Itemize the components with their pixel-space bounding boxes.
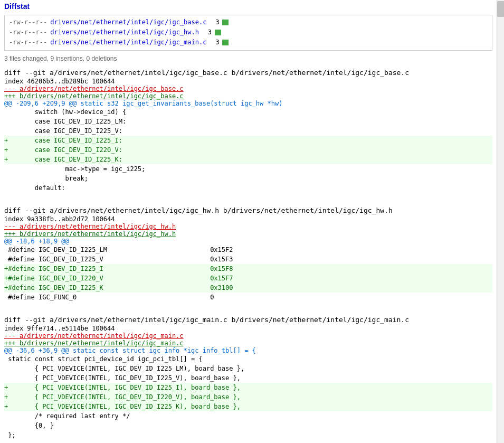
diff-code-line: };	[4, 430, 492, 440]
file-permissions: -rw-r--r--	[9, 37, 47, 48]
diff-code-line: + { PCI_VDEVICE(INTEL, IGC_DEV_ID_I225_I…	[4, 383, 492, 392]
page-title: Diffstat	[4, 2, 492, 11]
diff-hunk-header: @@ -209,6 +209,9 @@ static s32 igc_get_i…	[4, 100, 492, 107]
diff-code-line: case IGC_DEV_ID_I225_V:	[4, 126, 492, 136]
main-content: Diffstat -rw-r--r--drivers/net/ethernet/…	[0, 0, 504, 443]
diff-git-header: diff --git a/drivers/net/ethernet/intel/…	[4, 206, 492, 214]
diff-from-line: --- a/drivers/net/ethernet/intel/igc/igc…	[4, 332, 492, 340]
diff-code-line: + case IGC_DEV_ID_I220_V:	[4, 145, 492, 155]
summary-line: 3 files changed, 9 insertions, 0 deletio…	[4, 55, 492, 62]
file-list-box: -rw-r--r--drivers/net/ethernet/intel/igc…	[4, 15, 492, 51]
diff-git-header: diff --git a/drivers/net/ethernet/intel/…	[4, 316, 492, 324]
diffs-container: diff --git a/drivers/net/ethernet/intel/…	[4, 69, 492, 443]
diff-to-link[interactable]: +++ b/drivers/net/ethernet/intel/igc/igc…	[4, 92, 184, 100]
diff-code-line: + case IGC_DEV_ID_I225_K:	[4, 155, 492, 164]
diff-from-link[interactable]: --- a/drivers/net/ethernet/intel/igc/igc…	[4, 223, 176, 230]
diff-bar-icon	[222, 20, 229, 25]
diff-to-link[interactable]: +++ b/drivers/net/ethernet/intel/igc/igc…	[4, 230, 176, 238]
diff-code-block: static const struct pci_device_id igc_pc…	[4, 354, 492, 440]
diff-code-line: {0, }	[4, 421, 492, 430]
diff-code-line: #define IGC_DEV_ID_I225_LM 0x15F2	[4, 245, 492, 255]
file-row: -rw-r--r--drivers/net/ethernet/intel/igc…	[9, 27, 488, 37]
diff-to-line: +++ b/drivers/net/ethernet/intel/igc/igc…	[4, 92, 492, 100]
diff-section: diff --git a/drivers/net/ethernet/intel/…	[4, 316, 492, 440]
diff-index-line: index 46206b3..db289bc 100644	[4, 78, 492, 85]
file-change-count: 3	[210, 17, 219, 27]
diff-code-line: + { PCI_VDEVICE(INTEL, IGC_DEV_ID_I220_V…	[4, 392, 492, 402]
scrollbar-thumb[interactable]	[497, 1, 504, 17]
diff-code-line: switch (hw->device_id) {	[4, 107, 492, 117]
diff-to-line: +++ b/drivers/net/ethernet/intel/igc/igc…	[4, 230, 492, 238]
diff-code-block: #define IGC_DEV_ID_I225_LM 0x15F2 #defin…	[4, 245, 492, 302]
diff-bar-icon	[222, 40, 229, 45]
diff-code-line: + { PCI_VDEVICE(INTEL, IGC_DEV_ID_I225_K…	[4, 402, 492, 411]
diff-section: diff --git a/drivers/net/ethernet/intel/…	[4, 206, 492, 302]
diff-code-line: #define IGC_FUNC_0 0	[4, 293, 492, 302]
diff-code-line: +#define IGC_DEV_ID_I220_V 0x15F7	[4, 274, 492, 283]
diff-code-line: static const struct pci_device_id igc_pc…	[4, 354, 492, 364]
diff-code-line: case IGC_DEV_ID_I225_LM:	[4, 117, 492, 126]
diff-code-line: { PCI_VDEVICE(INTEL, IGC_DEV_ID_I225_LM)…	[4, 364, 492, 373]
diff-code-line: default:	[4, 183, 492, 193]
diff-code-line: /* required last entry */	[4, 411, 492, 421]
diff-to-line: +++ b/drivers/net/ethernet/intel/igc/igc…	[4, 340, 492, 347]
diff-hunk-header: @@ -36,6 +36,9 @@ static const struct ig…	[4, 347, 492, 354]
file-change-count: 3	[202, 27, 212, 37]
diff-hunk-header: @@ -18,6 +18,9 @@	[4, 238, 492, 245]
file-link[interactable]: drivers/net/ethernet/intel/igc/igc_hw.h	[50, 27, 199, 37]
diff-from-line: --- a/drivers/net/ethernet/intel/igc/igc…	[4, 85, 492, 92]
diff-bar-icon	[215, 30, 221, 35]
scrollbar[interactable]	[497, 0, 504, 443]
file-row: -rw-r--r--drivers/net/ethernet/intel/igc…	[9, 17, 488, 27]
diff-code-line: +#define IGC_DEV_ID_I225_I 0x15F8	[4, 264, 492, 274]
diff-from-line: --- a/drivers/net/ethernet/intel/igc/igc…	[4, 223, 492, 230]
file-permissions: -rw-r--r--	[9, 17, 47, 27]
file-change-count: 3	[210, 37, 219, 48]
diff-from-link[interactable]: --- a/drivers/net/ethernet/intel/igc/igc…	[4, 332, 184, 340]
diff-to-link[interactable]: +++ b/drivers/net/ethernet/intel/igc/igc…	[4, 340, 184, 347]
diff-git-header: diff --git a/drivers/net/ethernet/intel/…	[4, 69, 492, 77]
page-wrapper: Diffstat -rw-r--r--drivers/net/ethernet/…	[0, 0, 504, 443]
diff-code-block: switch (hw->device_id) { case IGC_DEV_ID…	[4, 107, 492, 193]
file-link[interactable]: drivers/net/ethernet/intel/igc/igc_main.…	[50, 37, 206, 48]
diff-section: diff --git a/drivers/net/ethernet/intel/…	[4, 69, 492, 193]
diff-code-line: +#define IGC_DEV_ID_I225_K 0x3100	[4, 283, 492, 293]
diff-code-line: mac->type = igc_i225;	[4, 164, 492, 174]
diff-code-line: #define IGC_DEV_ID_I225_V 0x15F3	[4, 255, 492, 264]
diff-from-link[interactable]: --- a/drivers/net/ethernet/intel/igc/igc…	[4, 85, 184, 92]
file-link[interactable]: drivers/net/ethernet/intel/igc/igc_base.…	[50, 17, 206, 27]
diff-code-line: break;	[4, 174, 492, 183]
diff-code-line: + case IGC_DEV_ID_I225_I:	[4, 136, 492, 145]
file-row: -rw-r--r--drivers/net/ethernet/intel/igc…	[9, 37, 488, 48]
diff-code-line: { PCI_VDEVICE(INTEL, IGC_DEV_ID_I225_V),…	[4, 373, 492, 383]
diff-index-line: index 9ffe714..e5114be 100644	[4, 325, 492, 332]
file-permissions: -rw-r--r--	[9, 27, 47, 37]
diff-index-line: index 9a338fb..abb2d72 100644	[4, 215, 492, 223]
